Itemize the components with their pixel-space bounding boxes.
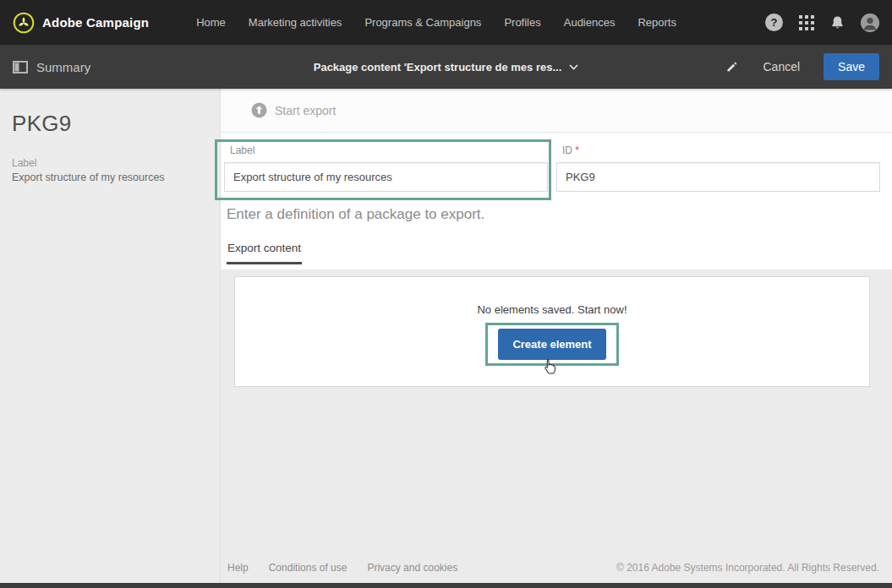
- help-icon[interactable]: ?: [765, 14, 783, 31]
- footer-link-privacy[interactable]: Privacy and cookies: [367, 562, 457, 574]
- id-input[interactable]: [556, 162, 880, 192]
- apps-grid-icon[interactable]: [799, 15, 814, 30]
- label-field-caption: Label: [224, 144, 548, 156]
- brand[interactable]: Adobe Campaign: [13, 12, 149, 34]
- sidebar-label-caption: Label: [12, 157, 208, 169]
- top-navigation: Adobe Campaign Home Marketing activities…: [0, 0, 892, 45]
- empty-state-card: No elements saved. Start now! Create ele…: [234, 276, 870, 387]
- hand-cursor-icon: [544, 358, 556, 374]
- sidebar-label-value: Export structure of my resources: [12, 172, 208, 183]
- footer-link-help[interactable]: Help: [227, 562, 249, 574]
- main-content: Start export Label ID * Enter a definiti…: [220, 89, 892, 583]
- nav-programs-campaigns[interactable]: Programs & Campaigns: [364, 16, 481, 29]
- start-export-icon: [251, 102, 267, 118]
- create-element-button[interactable]: Create element: [498, 329, 605, 360]
- export-content-panel: No elements saved. Start now! Create ele…: [221, 270, 892, 556]
- summary-sidebar: PKG9 Label Export structure of my resour…: [0, 89, 220, 583]
- chevron-down-icon: [569, 64, 578, 70]
- notifications-bell-icon[interactable]: [830, 15, 845, 30]
- tab-export-content[interactable]: Export content: [227, 242, 302, 264]
- page-body: PKG9 Label Export structure of my resour…: [0, 89, 892, 583]
- nav-audiences[interactable]: Audiences: [564, 16, 616, 29]
- empty-state-message: No elements saved. Start now!: [477, 303, 627, 316]
- action-bar: Summary Package content 'Export structur…: [0, 45, 892, 89]
- cancel-button[interactable]: Cancel: [763, 60, 800, 74]
- nav-marketing-activities[interactable]: Marketing activities: [249, 16, 342, 29]
- nav-utilities: ?: [765, 14, 879, 32]
- page-footer: Help Conditions of use Privacy and cooki…: [221, 556, 892, 583]
- brand-name: Adobe Campaign: [42, 15, 149, 30]
- id-field-caption: ID *: [556, 144, 880, 156]
- required-asterisk: *: [575, 144, 579, 156]
- bottom-edge-strip: [0, 583, 892, 588]
- label-field-group: Label: [224, 144, 548, 192]
- nav-profiles[interactable]: Profiles: [504, 16, 540, 29]
- form-row: Label ID *: [224, 144, 880, 192]
- package-id-heading: PKG9: [12, 111, 208, 137]
- nav-home[interactable]: Home: [196, 16, 226, 29]
- package-form: Label ID * Enter a definition of a packa…: [221, 133, 892, 270]
- footer-link-conditions[interactable]: Conditions of use: [269, 562, 347, 574]
- footer-links: Help Conditions of use Privacy and cooki…: [227, 562, 457, 574]
- section-indicator: Summary: [13, 60, 314, 74]
- edit-pencil-icon[interactable]: [725, 60, 739, 74]
- start-export-label: Start export: [275, 104, 336, 117]
- section-label: Summary: [36, 60, 90, 74]
- id-field-group: ID *: [556, 144, 880, 192]
- adobe-campaign-logo-icon[interactable]: [13, 12, 35, 34]
- label-input[interactable]: [224, 162, 548, 192]
- page-title: Package content 'Export structure de mes…: [314, 61, 562, 74]
- summary-icon: [13, 61, 28, 74]
- start-export-action[interactable]: Start export: [221, 89, 892, 133]
- copyright-text: © 2016 Adobe Systems Incorporated. All R…: [616, 562, 879, 574]
- package-title-dropdown[interactable]: Package content 'Export structure de mes…: [314, 61, 579, 74]
- adobe-campaign-app: Adobe Campaign Home Marketing activities…: [0, 0, 892, 588]
- form-description: Enter a definition of a package to expor…: [227, 206, 880, 223]
- main-nav: Home Marketing activities Programs & Cam…: [196, 16, 676, 29]
- nav-reports[interactable]: Reports: [638, 16, 676, 29]
- user-avatar-icon[interactable]: [861, 14, 879, 32]
- action-buttons: Cancel Save: [578, 53, 879, 80]
- save-button[interactable]: Save: [824, 53, 879, 80]
- create-element-wrap: Create element: [498, 329, 605, 360]
- tab-bar: Export content: [227, 240, 880, 264]
